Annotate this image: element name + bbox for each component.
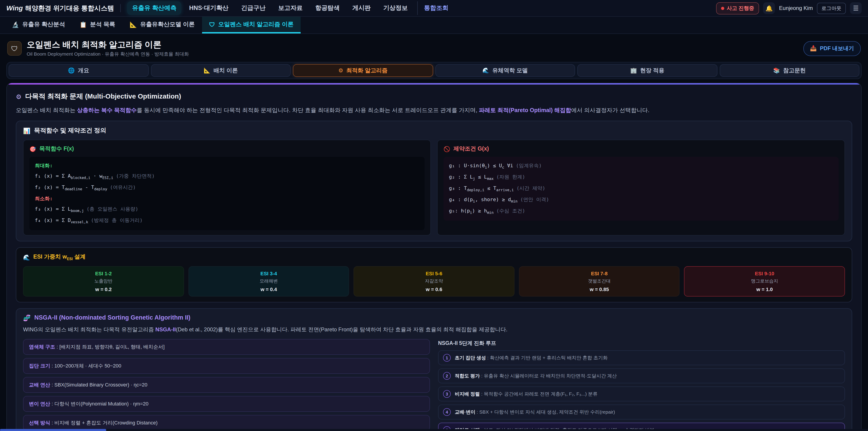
nsga-spec-label: 선택 방식 (29, 420, 50, 426)
main-menu-item[interactable]: HNS·대기확산 (184, 1, 234, 15)
formula-line: f₄ (x) = Σ Dvessel,k(방제정 총 이동거리) (35, 215, 419, 227)
formula-line: g₄ : d(pi, shore) ≥ dmin(연안 이격) (449, 194, 833, 206)
section-tab[interactable]: 🌊 유체역학 모델 (435, 64, 575, 77)
formula-line: g₁ : U·sin(θi) ≤ Uc ∀i(임계유속) (449, 160, 833, 172)
step-number-icon: 1 (443, 354, 451, 362)
main-menu-item[interactable]: 유출유 확산예측 (127, 1, 182, 15)
subnav-tab[interactable]: 🔬 유출유 확산분석 (4, 17, 72, 33)
esi-section-title: 🌊 ESI 가중치 wESI 설계 (23, 253, 845, 261)
section-tab-label: 유체역학 모델 (492, 67, 528, 74)
page-header-text: 오일펜스 배치 최적화 알고리즘 이론 Oil Boom Deployment … (27, 39, 189, 57)
page-subtitle: Oil Boom Deployment Optimization · 유출유 확… (27, 51, 189, 57)
constraints-panel: 🚫 제약조건 G(x) g₁ : U·sin(θi) ≤ Uc ∀i(임계유속)… (437, 140, 845, 236)
nsga-spec-text: : 비지배 정렬 + 혼잡도 거리(Crowding Distance) (50, 420, 158, 426)
incident-status-badge[interactable]: 사고 진행중 (716, 2, 759, 14)
subnav-tab-label: 유출유확산모델 이론 (140, 20, 195, 29)
esi-weights-section: 🌊 ESI 가중치 wESI 설계 ESI 1-2 노출암반 w = 0.2 E… (16, 247, 852, 302)
logo-title: 해양환경 위기대응 통합시스템 (25, 4, 114, 12)
formula-line: g₂ : Σ Lj ≤ Lmax(자원 한계) (449, 172, 833, 183)
main-menu-item[interactable]: 게시판 (347, 1, 376, 15)
notification-bell-button[interactable]: 🔔 (763, 2, 775, 14)
main-menu-item[interactable]: 기상정보 (378, 1, 413, 15)
main-menu-item[interactable]: 통합조회 (417, 1, 454, 15)
esi-shore-type: 맹그로브습지 (687, 278, 842, 284)
main-menu-item[interactable]: 긴급구난 (236, 1, 271, 15)
formula-line: g₃ : Tdeploy,i ≤ Tarrive,i(시간 제약) (449, 183, 833, 194)
subnav-tab[interactable]: 🛡 오일펜스 배치 알고리즘 이론 (202, 17, 301, 33)
nsga-step-label: 적합도 평가 (455, 373, 480, 378)
objectives-title-text: 목적함수 및 제약조건 정의 (34, 127, 106, 135)
subnav-tab-icon: 🔬 (12, 21, 19, 28)
formula-line: g₅: h(pi) ≥ hmin(수심 조건) (449, 206, 833, 217)
constraints-code: g₁ : U·sin(θi) ≤ Uc ∀i(임계유속) g₂ : Σ Lj ≤… (443, 157, 839, 221)
shield-icon: 🛡 (7, 41, 22, 56)
section-tab[interactable]: 🌐 개요 (8, 64, 149, 77)
section-tab[interactable]: 📐 배치 이론 (151, 64, 291, 77)
nsga-step-row: 4 교배·변이 : SBX + 다항식 변이로 자식 세대 생성, 제약조건 위… (438, 405, 845, 420)
nsga-step-desc: : 목적함수 공간에서 파레토 전면 계층(F₁, F₂, F₃...) 분류 (480, 391, 598, 396)
nsga-steps-list: 1 초기 집단 생성 : 확산예측 결과 기반 랜덤 + 휴리스틱 배치안 혼합… (438, 350, 845, 431)
nsga-spec-row: 변이 연산 : 다항식 변이(Polynomial Mutation) · ηm… (23, 396, 430, 412)
subnav-tab-icon: 🛡 (209, 21, 215, 28)
intro-paragraph-segment: 오일펜스 배치 최적화는 (16, 107, 77, 114)
nav-right: 사고 진행중 🔔 Eunjeong Kim 로그아웃 ☰ (716, 2, 862, 14)
nsga-spec-text: : 100~200개체 · 세대수 50~200 (50, 363, 121, 369)
formula-line: 최대화: (35, 160, 419, 171)
esi-title-text: ESI 가중치 wESI 설계 (33, 253, 86, 261)
esi-shore-type: 자갈조약 (357, 278, 511, 284)
nsga-title-text: NSGA-II (Non-dominated Sorting Genetic A… (34, 314, 191, 321)
nsga-spec-row: 교배 연산 : SBX(Simulated Binary Crossover) … (23, 377, 430, 393)
esi-shore-type: 노출암반 (26, 278, 181, 284)
pdf-export-button[interactable]: 📥 PDF 내보내기 (803, 41, 861, 56)
nsga-spec-text: : SBX(Simulated Binary Crossover) · ηc=2… (50, 382, 147, 388)
hamburger-menu-button[interactable]: ☰ (850, 2, 862, 14)
esi-cards-row: ESI 1-2 노출암반 w = 0.2 ESI 3-4 모래해변 w = 0.… (23, 266, 845, 297)
section-tab-icon: ⚙ (338, 67, 343, 74)
app-logo: Wing 해양환경 위기대응 통합시스템 (6, 4, 114, 12)
nsga-spec-row: 집단 크기 : 100~200개체 · 세대수 50~200 (23, 358, 430, 374)
nsga-spec-label: 변이 연산 (29, 401, 50, 407)
nsga-spec-label: 집단 크기 (29, 363, 50, 369)
objective-function-title: 목적함수 F(x) (39, 145, 74, 153)
nsga-step-desc: : SBX + 다항식 변이로 자식 세대 생성, 제약조건 위반 수리(rep… (475, 409, 615, 414)
nav-divider (120, 4, 121, 12)
esi-weight-card: ESI 3-4 모래해변 w = 0.4 (188, 266, 349, 297)
subnav-tab[interactable]: 📐 유출유확산모델 이론 (122, 17, 202, 33)
esi-range: ESI 7-8 (522, 271, 677, 276)
pdf-export-label: PDF 내보내기 (820, 44, 854, 52)
section-tab-icon: 📐 (204, 67, 211, 74)
main-menu-item[interactable]: 항공탐색 (310, 1, 345, 15)
step-number-icon: 2 (443, 372, 451, 380)
gear-icon: ⚙ (16, 93, 22, 100)
esi-shore-type: 갯벌조간대 (522, 278, 677, 284)
step-number-icon: 3 (443, 390, 451, 398)
incident-dot-icon (721, 6, 724, 10)
nav-left: Wing 해양환경 위기대응 통합시스템 유출유 확산예측 HNS·대기확산 긴… (6, 1, 454, 15)
bar-chart-icon: 📊 (23, 127, 30, 134)
subnav-tab[interactable]: 📋 분석 목록 (72, 17, 123, 33)
nsga-spec-list: 염색체 구조 : [배치지점 좌표, 방향각θ, 길이L, 형태, 배치순서] … (23, 339, 430, 431)
prohibited-icon: 🚫 (443, 146, 450, 152)
esi-shore-type: 모래해변 (191, 278, 346, 284)
section-tab[interactable]: 📚 참고문헌 (719, 64, 860, 77)
objective-function-header: 🎯 목적함수 F(x) (29, 145, 425, 153)
objectives-columns: 🎯 목적함수 F(x) 최대화: f₁ (x) = Σ Ablocked,i ·… (23, 140, 845, 236)
logo-brand: Wing (6, 4, 23, 11)
nsga-paragraph: WING의 오일펜스 배치 최적화는 다목적 유전알고리즘 NSGA-II(De… (23, 326, 845, 334)
nsga-paragraph-segment: WING의 오일펜스 배치 최적화는 다목적 유전알고리즘 (23, 326, 155, 333)
esi-weight-card: ESI 9-10 맹그로브습지 w = 1.0 (684, 266, 845, 297)
section-tab[interactable]: ⚙ 최적화 알고리즘 (293, 64, 433, 77)
main-menu-item[interactable]: 보고자료 (273, 1, 308, 15)
nsga-steps-title: NSGA-II 5단계 진화 루프 (438, 340, 845, 347)
nsga-spec-label: 염색체 구조 (29, 344, 55, 350)
section-tab[interactable]: 🏢 현장 적용 (577, 64, 717, 77)
nsga-steps-block: NSGA-II 5단계 진화 루프 1 초기 집단 생성 : 확산예측 결과 기… (438, 339, 845, 431)
logout-button[interactable]: 로그아웃 (817, 2, 846, 14)
objective-function-panel: 🎯 목적함수 F(x) 최대화: f₁ (x) = Σ Ablocked,i ·… (23, 140, 431, 236)
nsga-step-row: 3 비지배 정렬 : 목적함수 공간에서 파레토 전면 계층(F₁, F₂, F… (438, 387, 845, 402)
formula-line: 최소화: (35, 193, 419, 204)
scrollbar-thumb[interactable] (0, 429, 106, 431)
nsga-spec-text: : 다항식 변이(Polynomial Mutation) · ηm=20 (50, 401, 149, 407)
subnav-tab-icon: 📋 (80, 21, 87, 28)
esi-range: ESI 1-2 (26, 271, 181, 276)
